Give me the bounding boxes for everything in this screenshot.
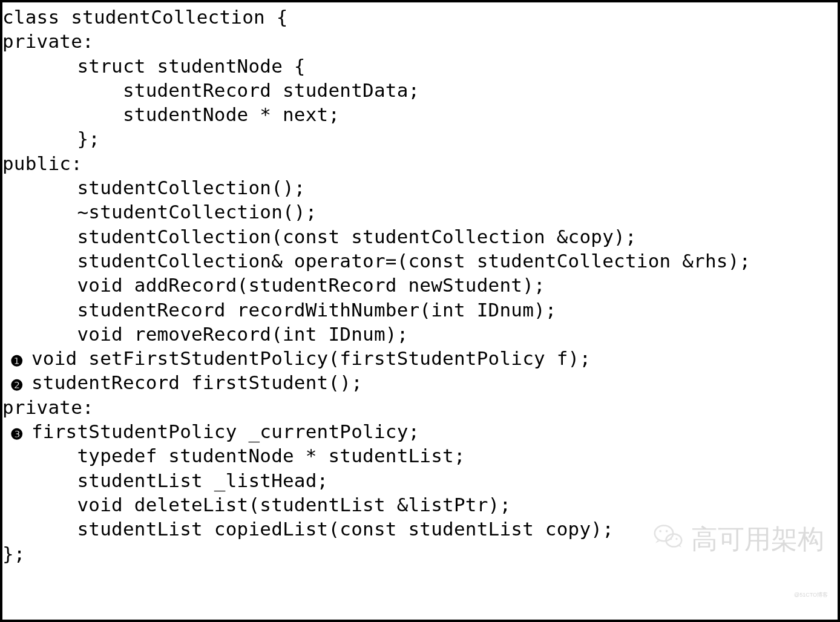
- code-line: studentRecord studentData;: [2, 78, 838, 102]
- callout-marker: ❸: [9, 427, 25, 442]
- code-text: studentCollection& operator=(const stude…: [31, 249, 750, 273]
- code-text: void deleteList(studentList &listPtr);: [31, 493, 511, 517]
- code-text: typedef studentNode * studentList;: [31, 444, 465, 468]
- code-line: studentList _listHead;: [2, 468, 838, 493]
- code-line: studentCollection& operator=(const stude…: [2, 249, 838, 273]
- code-text: struct studentNode {: [31, 54, 306, 78]
- code-line: };: [2, 542, 838, 566]
- tiny-watermark: @51CTO博客: [794, 591, 828, 599]
- callout-gutter: ❸: [2, 419, 31, 444]
- code-line: ❶void setFirstStudentPolicy(firstStudent…: [2, 346, 838, 370]
- code-line: studentCollection(const studentCollectio…: [2, 224, 838, 249]
- code-line: studentList copiedList(const studentList…: [2, 517, 838, 541]
- code-line: ❸firstStudentPolicy _currentPolicy;: [2, 419, 838, 444]
- code-text: studentCollection();: [31, 175, 306, 200]
- code-line: private:: [2, 29, 838, 53]
- code-text: studentCollection(const studentCollectio…: [31, 224, 637, 249]
- code-line: public:: [2, 151, 838, 175]
- code-text: class studentCollection {: [2, 5, 288, 29]
- code-text: studentRecord firstStudent();: [31, 370, 363, 394]
- code-line: void addRecord(studentRecord newStudent)…: [2, 273, 838, 297]
- code-text: firstStudentPolicy _currentPolicy;: [31, 419, 419, 444]
- code-text: };: [31, 126, 100, 151]
- code-line: };: [2, 126, 838, 151]
- code-line: void deleteList(studentList &listPtr);: [2, 493, 838, 517]
- code-line: studentCollection();: [2, 175, 838, 200]
- code-text: ~studentCollection();: [31, 200, 317, 224]
- code-line: ~studentCollection();: [2, 200, 838, 224]
- code-line: studentNode * next;: [2, 102, 838, 126]
- code-text: studentList _listHead;: [31, 468, 328, 493]
- code-text: void addRecord(studentRecord newStudent)…: [31, 273, 545, 297]
- code-text: private:: [2, 395, 94, 419]
- callout-gutter: ❶: [2, 346, 31, 370]
- code-line: class studentCollection {: [2, 5, 838, 29]
- code-text: private:: [2, 29, 94, 53]
- code-text: void removeRecord(int IDnum);: [31, 322, 409, 346]
- code-text: public:: [2, 151, 82, 175]
- code-line: typedef studentNode * studentList;: [2, 444, 838, 468]
- callout-gutter: ❷: [2, 370, 31, 394]
- code-frame: class studentCollection {private: struct…: [0, 0, 840, 622]
- code-text: studentRecord recordWithNumber(int IDnum…: [31, 298, 557, 322]
- code-text: studentRecord studentData;: [31, 78, 419, 102]
- code-text: void setFirstStudentPolicy(firstStudentP…: [31, 346, 591, 370]
- callout-marker: ❶: [9, 353, 25, 369]
- code-block: class studentCollection {private: struct…: [2, 5, 838, 566]
- code-line: studentRecord recordWithNumber(int IDnum…: [2, 298, 838, 322]
- code-line: ❷studentRecord firstStudent();: [2, 370, 838, 394]
- code-line: struct studentNode {: [2, 54, 838, 78]
- code-text: studentList copiedList(const studentList…: [31, 517, 614, 541]
- code-text: studentNode * next;: [31, 102, 340, 126]
- code-line: private:: [2, 395, 838, 419]
- callout-marker: ❷: [9, 378, 25, 394]
- code-line: void removeRecord(int IDnum);: [2, 322, 838, 346]
- code-text: };: [2, 542, 25, 566]
